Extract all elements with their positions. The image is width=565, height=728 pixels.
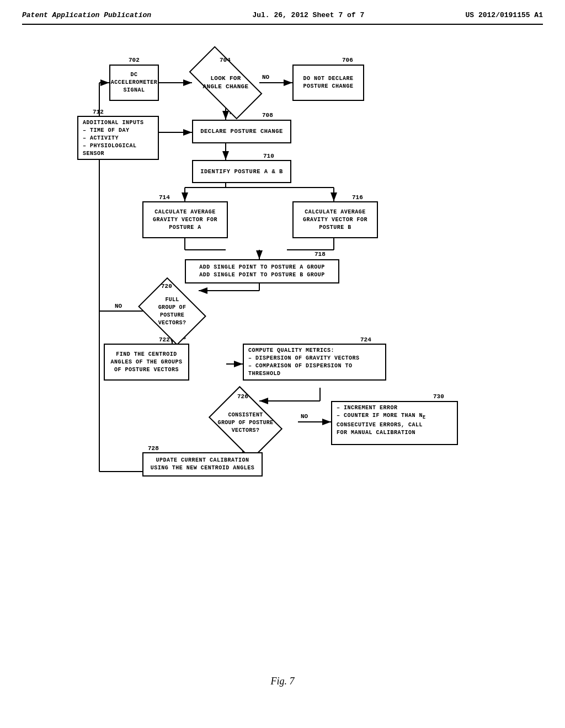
svg-text:NO: NO bbox=[262, 74, 270, 81]
node-728: UPDATE CURRENT CALIBRATIONUSING THE NEW … bbox=[142, 452, 263, 477]
label-728: 728 bbox=[148, 445, 159, 452]
node-726: CONSISTENTGROUP OF POSTUREVECTORS? bbox=[215, 401, 276, 445]
node-718-text: ADD SINGLE POINT TO POSTURE A GROUPADD S… bbox=[199, 264, 325, 279]
label-710: 710 bbox=[263, 153, 274, 159]
node-710-text: IDENTIFY POSTURE A & B bbox=[200, 168, 283, 176]
label-716: 716 bbox=[352, 194, 363, 201]
label-714: 714 bbox=[159, 194, 170, 201]
node-730: – INCREMENT ERROR– COUNTER IF MORE THAN … bbox=[331, 401, 458, 445]
label-718: 718 bbox=[315, 251, 326, 258]
node-708-text: DECLARE POSTURE CHANGE bbox=[200, 127, 283, 136]
node-728-text: UPDATE CURRENT CALIBRATIONUSING THE NEW … bbox=[151, 457, 255, 472]
node-720-text: FULLGROUP OF POSTUREVECTORS? bbox=[145, 296, 200, 327]
node-716: CALCULATE AVERAGEGRAVITY VECTOR FORPOSTU… bbox=[292, 201, 378, 238]
node-704-text: LOOK FORANGLE CHANGE bbox=[203, 74, 249, 92]
node-712-text: ADDITIONAL INPUTS– TIME OF DAY– ACTIVITY… bbox=[83, 119, 153, 158]
node-718: ADD SINGLE POINT TO POSTURE A GROUPADD S… bbox=[185, 259, 339, 283]
header-left: Patent Application Publication bbox=[22, 11, 151, 19]
node-722: FIND THE CENTROIDANGLES OF THE GROUPSOF … bbox=[104, 344, 189, 381]
node-708: DECLARE POSTURE CHANGE bbox=[192, 120, 291, 143]
label-712: 712 bbox=[93, 109, 104, 115]
label-726: 726 bbox=[237, 393, 248, 400]
node-724: COMPUTE QUALITY METRICS:– DISPERSION OF … bbox=[243, 344, 386, 381]
node-724-text: COMPUTE QUALITY METRICS:– DISPERSION OF … bbox=[248, 347, 381, 378]
label-706: 706 bbox=[342, 57, 353, 63]
node-722-text: FIND THE CENTROIDANGLES OF THE GROUPSOF … bbox=[110, 351, 182, 374]
svg-text:NO: NO bbox=[301, 413, 308, 420]
label-704: 704 bbox=[220, 57, 231, 63]
node-726-text: CONSISTENTGROUP OF POSTUREVECTORS? bbox=[218, 411, 274, 435]
node-716-text: CALCULATE AVERAGEGRAVITY VECTOR FORPOSTU… bbox=[303, 208, 367, 232]
node-710: IDENTIFY POSTURE A & B bbox=[192, 160, 291, 183]
label-708: 708 bbox=[262, 112, 273, 119]
node-704: LOOK FORANGLE CHANGE bbox=[192, 65, 259, 101]
node-730-text: – INCREMENT ERROR– COUNTER IF MORE THAN … bbox=[337, 404, 426, 437]
node-712: ADDITIONAL INPUTS– TIME OF DAY– ACTIVITY… bbox=[77, 116, 159, 160]
label-702: 702 bbox=[129, 57, 140, 63]
node-720: FULLGROUP OF POSTUREVECTORS? bbox=[145, 291, 200, 332]
figure-caption: Fig. 7 bbox=[22, 676, 543, 687]
label-720: 720 bbox=[161, 283, 172, 290]
node-706-text: DO NOT DECLAREPOSTURE CHANGE bbox=[303, 75, 353, 90]
header-center: Jul. 26, 2012 Sheet 7 of 7 bbox=[252, 11, 364, 19]
node-714-text: CALCULATE AVERAGEGRAVITY VECTOR FORPOSTU… bbox=[153, 208, 217, 232]
diagram-area: NO YES bbox=[22, 30, 543, 665]
label-730: 730 bbox=[433, 393, 444, 400]
header-right: US 2012/0191155 A1 bbox=[466, 11, 543, 19]
svg-text:NO: NO bbox=[115, 303, 122, 309]
label-724: 724 bbox=[360, 336, 371, 343]
node-706: DO NOT DECLAREPOSTURE CHANGE bbox=[292, 65, 364, 101]
node-714: CALCULATE AVERAGEGRAVITY VECTOR FORPOSTU… bbox=[142, 201, 228, 238]
page: Patent Application Publication Jul. 26, … bbox=[0, 0, 565, 728]
header: Patent Application Publication Jul. 26, … bbox=[22, 11, 543, 25]
node-702: DC ACCELEROMETERSIGNAL bbox=[109, 65, 159, 101]
node-702-text: DC ACCELEROMETERSIGNAL bbox=[110, 71, 158, 94]
label-722: 722 bbox=[159, 336, 170, 343]
